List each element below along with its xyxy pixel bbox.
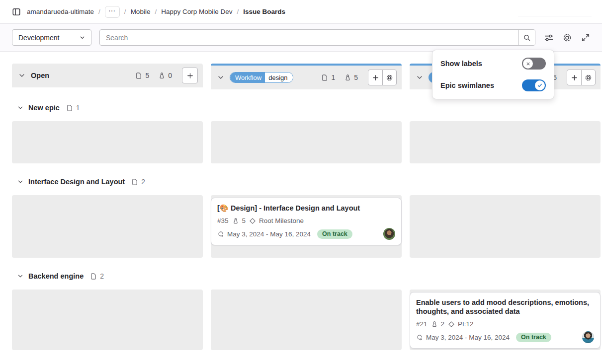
- column-header-open: Open 5 0: [12, 64, 203, 87]
- show-labels-toggle[interactable]: [522, 58, 546, 70]
- weight-icon: [158, 72, 166, 79]
- swimlane-title[interactable]: Interface Design and Layout: [28, 178, 125, 186]
- search-input[interactable]: [100, 30, 518, 45]
- issue-id: #35: [217, 217, 229, 224]
- lane-cell: Enable users to add mood descriptions, e…: [410, 290, 601, 350]
- epic-icon: [131, 178, 139, 186]
- iteration-icon: [217, 230, 224, 237]
- lane-cell-empty: [12, 195, 203, 258]
- toggle-off-x-icon: [523, 59, 533, 69]
- issue-card-mood-descriptions[interactable]: Enable users to add mood descriptions, e…: [410, 292, 601, 349]
- swimlane-row: [🎨 Design] - Interface Design and Layout…: [12, 195, 590, 258]
- column-header-workflow-design: Workflow design 1 5: [211, 66, 402, 89]
- lane-cell-empty: [12, 290, 203, 350]
- column-settings-gear-icon[interactable]: [581, 70, 595, 85]
- breadcrumb-separator: /: [98, 8, 100, 15]
- column-actions: [368, 70, 397, 85]
- board-switcher-dropdown[interactable]: Development: [12, 29, 91, 46]
- toggle-on-check-icon: [535, 80, 545, 90]
- breadcrumb-item-project[interactable]: Happy Corp Mobile Dev: [161, 8, 232, 15]
- column-title: Open: [31, 72, 49, 79]
- board-switcher-value: Development: [18, 34, 60, 42]
- collapse-swimlane-icon[interactable]: [17, 104, 24, 111]
- breadcrumb-group[interactable]: amandarueda-ultimate: [27, 8, 94, 15]
- board-toolbar: Development: [0, 23, 602, 52]
- swimlane-title[interactable]: New epic: [28, 104, 60, 112]
- scoped-label-workflow-design[interactable]: Workflow design: [230, 72, 293, 83]
- filter-search-bar: [99, 29, 535, 46]
- milestone-icon: [448, 321, 455, 328]
- label-scope: Workflow: [230, 73, 265, 82]
- breadcrumb-item-mobile[interactable]: Mobile: [131, 8, 151, 15]
- breadcrumb-ellipsis-button[interactable]: ···: [105, 6, 120, 18]
- assignee-avatar[interactable]: [383, 228, 395, 240]
- issue-milestone: Root Milestone: [249, 217, 304, 224]
- column-issue-count: 5: [135, 72, 149, 79]
- epic-swimlanes-label: Epic swimlanes: [440, 81, 494, 89]
- weight-icon: [431, 321, 438, 328]
- collapse-column-icon[interactable]: [416, 73, 424, 81]
- swimlane-issue-count: 1: [66, 104, 80, 112]
- issue-weight: 2: [431, 320, 445, 328]
- issue-count-icon: [135, 72, 143, 79]
- issue-iteration-dates: May 3, 2024 - May 16, 2024: [416, 334, 510, 341]
- lane-cell-empty: [211, 121, 402, 163]
- issue-milestone: PI:12: [448, 320, 474, 328]
- sidebar-toggle-icon[interactable]: [12, 7, 21, 16]
- column-weight-count: 5: [344, 73, 358, 81]
- add-issue-button[interactable]: [182, 68, 198, 83]
- chevron-down-icon: [79, 34, 86, 41]
- breadcrumb-current-page: Issue Boards: [243, 8, 285, 15]
- board-view-settings-popover: Show labels Epic swimlanes: [432, 50, 554, 99]
- swimlane-header-interface-design: Interface Design and Layout 2: [12, 176, 590, 187]
- breadcrumb: amandarueda-ultimate / ··· / Mobile / Ha…: [0, 0, 602, 23]
- label-value: design: [265, 73, 292, 82]
- breadcrumb-separator: /: [237, 8, 239, 15]
- issue-card-design-interface[interactable]: [🎨 Design] - Interface Design and Layout…: [211, 198, 402, 245]
- issue-iteration-dates: May 3, 2024 - May 16, 2024: [217, 230, 311, 238]
- issue-card-title[interactable]: [🎨 Design] - Interface Design and Layout: [217, 204, 395, 213]
- epic-swimlanes-toggle[interactable]: [522, 79, 546, 91]
- collapse-swimlane-icon[interactable]: [17, 178, 24, 185]
- swimlane-row: [12, 121, 590, 163]
- board-column-open: Open 5 0: [12, 64, 203, 87]
- popover-anchor-edge: [518, 16, 592, 16]
- collapse-swimlane-icon[interactable]: [17, 273, 24, 280]
- collapse-column-icon[interactable]: [217, 73, 225, 81]
- add-issue-button[interactable]: [368, 70, 382, 85]
- show-labels-label: Show labels: [440, 60, 482, 68]
- show-labels-row: Show labels: [440, 58, 546, 70]
- assignee-avatar[interactable]: [582, 331, 594, 343]
- breadcrumb-separator: /: [155, 8, 157, 15]
- column-issue-count: 1: [321, 73, 335, 81]
- search-icon[interactable]: [518, 30, 535, 45]
- column-actions: [567, 70, 596, 85]
- column-weight-count: 0: [158, 72, 172, 79]
- health-status-badge: On track: [317, 229, 352, 239]
- lane-cell: [🎨 Design] - Interface Design and Layout…: [211, 195, 402, 258]
- weight-icon: [344, 74, 351, 81]
- weight-icon: [232, 218, 239, 224]
- swimlane-title[interactable]: Backend engine: [28, 272, 84, 280]
- lane-cell-empty: [410, 195, 601, 258]
- milestone-icon: [249, 218, 256, 224]
- swimlane-issue-count: 2: [90, 272, 104, 280]
- issue-id: #21: [416, 320, 428, 328]
- issue-card-title[interactable]: Enable users to add mood descriptions, e…: [416, 298, 594, 316]
- collapse-column-icon[interactable]: [18, 72, 26, 79]
- epic-icon: [66, 104, 74, 112]
- issue-count-icon: [321, 74, 329, 81]
- fullscreen-expand-icon[interactable]: [581, 33, 590, 42]
- swimlane-row: Enable users to add mood descriptions, e…: [12, 290, 590, 350]
- board-settings-gear-icon[interactable]: [563, 33, 572, 42]
- column-settings-gear-icon[interactable]: [382, 70, 396, 85]
- health-status-badge: On track: [516, 333, 551, 342]
- epic-swimlanes-row: Epic swimlanes: [440, 79, 546, 91]
- breadcrumb-separator: /: [124, 8, 126, 15]
- swimlane-issue-count: 2: [131, 178, 145, 186]
- add-issue-button[interactable]: [567, 70, 581, 85]
- iteration-icon: [416, 334, 423, 341]
- board-preferences-icon[interactable]: [544, 33, 553, 42]
- swimlane-header-backend-engine: Backend engine 2: [12, 271, 590, 282]
- lane-cell-empty: [12, 121, 203, 163]
